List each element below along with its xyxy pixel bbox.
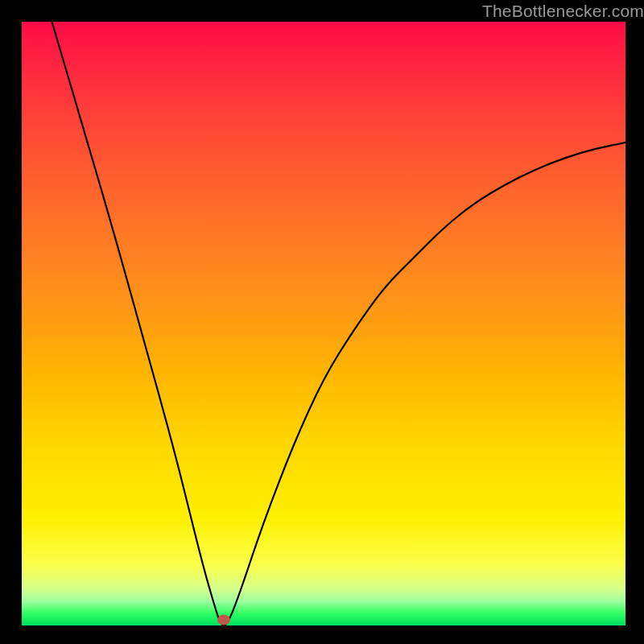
curve-svg — [22, 22, 625, 625]
chart-frame: TheBottlenecker.com — [0, 0, 644, 644]
bottleneck-chart — [20, 20, 627, 627]
optimum-marker — [217, 614, 230, 625]
attribution-label: TheBottlenecker.com — [482, 2, 644, 21]
bottleneck-curve — [52, 22, 626, 625]
